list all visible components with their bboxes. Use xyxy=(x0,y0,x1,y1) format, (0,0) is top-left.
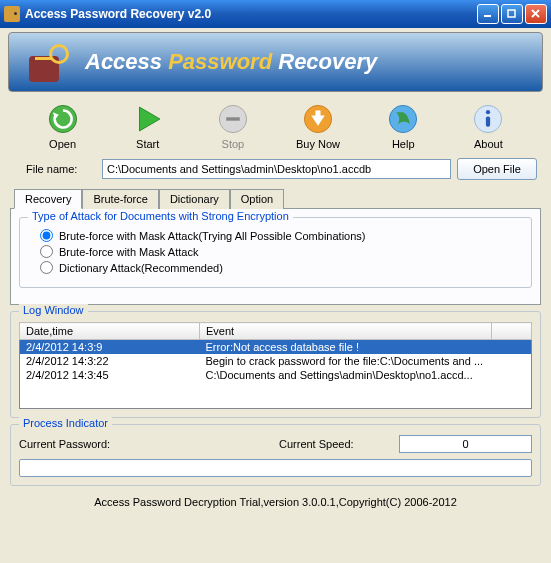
buynow-label: Buy Now xyxy=(296,138,340,150)
open-button[interactable]: Open xyxy=(28,102,98,150)
attack-type-group: Type of Attack for Documents with Strong… xyxy=(19,217,532,288)
tab-dictionary[interactable]: Dictionary xyxy=(159,189,230,209)
window-title: Access Password Recovery v2.0 xyxy=(25,7,477,21)
maximize-button[interactable] xyxy=(501,4,523,24)
help-label: Help xyxy=(392,138,415,150)
buynow-button[interactable]: Buy Now xyxy=(283,102,353,150)
play-icon xyxy=(131,102,165,136)
svg-marker-6 xyxy=(139,107,159,131)
tab-panel: Type of Attack for Documents with Strong… xyxy=(10,208,541,305)
tab-option[interactable]: Option xyxy=(230,189,284,209)
attack-type-legend: Type of Attack for Documents with Strong… xyxy=(28,210,293,222)
info-icon xyxy=(471,102,505,136)
log-table[interactable]: Date,time Event 2/4/2012 14:3:9 Error:No… xyxy=(19,322,532,409)
log-col-datetime[interactable]: Date,time xyxy=(20,323,200,340)
attack-radio-1[interactable] xyxy=(40,229,53,242)
banner: Access Password Recovery xyxy=(8,32,543,92)
close-button[interactable] xyxy=(525,4,547,24)
attack-label-2[interactable]: Brute-force with Mask Attack xyxy=(59,246,198,258)
help-button[interactable]: Help xyxy=(368,102,438,150)
open-label: Open xyxy=(49,138,76,150)
log-col-spacer xyxy=(492,323,532,340)
footer-text: Access Password Decryption Trial,version… xyxy=(8,490,543,510)
svg-rect-14 xyxy=(486,116,490,126)
open-icon xyxy=(46,102,80,136)
lock-key-icon xyxy=(25,40,69,84)
svg-rect-1 xyxy=(508,10,515,17)
start-label: Start xyxy=(136,138,159,150)
tab-recovery[interactable]: Recovery xyxy=(14,189,82,209)
process-legend: Process Indicator xyxy=(19,417,112,429)
stop-icon xyxy=(216,102,250,136)
log-row[interactable]: 2/4/2012 14:3:45 C:\Documents and Settin… xyxy=(20,368,532,382)
stop-label: Stop xyxy=(222,138,245,150)
current-speed-value: 0 xyxy=(399,435,532,453)
titlebar: Access Password Recovery v2.0 xyxy=(0,0,551,28)
svg-point-13 xyxy=(486,110,490,114)
toolbar: Open Start Stop Buy Now Help xyxy=(8,98,543,156)
log-col-event[interactable]: Event xyxy=(200,323,492,340)
about-label: About xyxy=(474,138,503,150)
log-window: Log Window Date,time Event 2/4/2012 14:3… xyxy=(10,311,541,418)
file-name-label: File name: xyxy=(26,163,96,175)
process-indicator: Process Indicator Current Password: Curr… xyxy=(10,424,541,486)
minimize-button[interactable] xyxy=(477,4,499,24)
banner-text: Access Password Recovery xyxy=(85,49,377,75)
stop-button[interactable]: Stop xyxy=(198,102,268,150)
log-row[interactable]: 2/4/2012 14:3:22 Begin to crack password… xyxy=(20,354,532,368)
about-button[interactable]: About xyxy=(453,102,523,150)
log-row[interactable]: 2/4/2012 14:3:9 Error:Not access databas… xyxy=(20,340,532,355)
app-icon xyxy=(4,6,20,22)
attack-radio-2[interactable] xyxy=(40,245,53,258)
start-button[interactable]: Start xyxy=(113,102,183,150)
current-password-label: Current Password: xyxy=(19,438,279,450)
svg-rect-8 xyxy=(226,117,240,120)
attack-radio-3[interactable] xyxy=(40,261,53,274)
tab-bruteforce[interactable]: Brute-force xyxy=(82,189,158,209)
file-row: File name: Open File xyxy=(8,156,543,188)
tabs: Recovery Brute-force Dictionary Option xyxy=(14,188,543,208)
download-icon xyxy=(301,102,335,136)
current-speed-label: Current Speed: xyxy=(279,438,399,450)
log-legend: Log Window xyxy=(19,304,88,316)
open-file-button[interactable]: Open File xyxy=(457,158,537,180)
progress-bar xyxy=(19,459,532,477)
attack-label-1[interactable]: Brute-force with Mask Attack(Trying All … xyxy=(59,230,365,242)
globe-icon xyxy=(386,102,420,136)
file-name-input[interactable] xyxy=(102,159,451,179)
attack-label-3[interactable]: Dictionary Attack(Recommended) xyxy=(59,262,223,274)
